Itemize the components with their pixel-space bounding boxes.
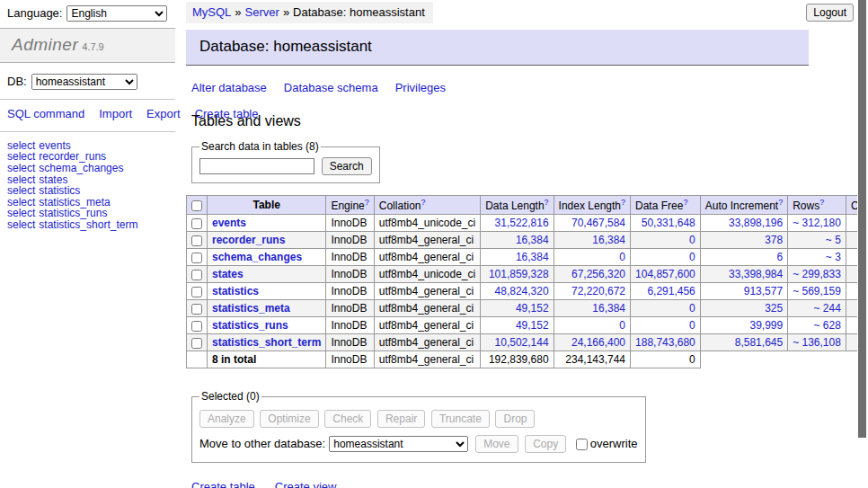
rows-link[interactable]: ~ 136,108 [793,336,841,349]
auto-increment-link[interactable]: 39,999 [749,319,783,332]
auto-increment-link[interactable]: 378 [765,234,783,246]
auto-increment-link[interactable]: 33,898,196 [729,217,783,229]
rows-link[interactable]: ~ 5 [826,234,841,246]
database-schema-link[interactable]: Database schema [284,81,378,94]
auto-increment-link[interactable]: 33,398,984 [729,268,783,280]
index-length-link[interactable]: 16,384 [592,302,625,315]
scrollbar-thumb[interactable] [858,0,866,438]
copy-button[interactable]: Copy [525,435,566,453]
move-database-select[interactable]: homeassistant [329,436,468,452]
data-free-link[interactable]: 0 [689,302,695,315]
vertical-scrollbar[interactable] [857,0,868,488]
data-length-link[interactable]: 16,384 [516,251,549,263]
data-free-link[interactable]: 0 [689,319,695,332]
data-length-link[interactable]: 101,859,328 [489,268,549,280]
drop-button[interactable]: Drop [495,410,535,428]
sidebar-link-export[interactable]: Export [146,107,181,120]
truncate-button[interactable]: Truncate [431,410,490,428]
help-link-icon[interactable]: ? [365,198,369,207]
data-length-link[interactable]: 48,824,320 [495,285,549,297]
table-name-link[interactable]: statistics [212,285,259,297]
help-link-icon[interactable]: ? [683,198,687,207]
data-length-link[interactable]: 16,384 [516,234,549,246]
logout-button[interactable]: Logout [806,4,854,22]
auto-increment-link[interactable]: 8,581,645 [735,336,783,349]
data-free-link[interactable]: 104,857,600 [635,268,695,280]
overwrite-checkbox[interactable] [576,439,588,450]
table-name-link[interactable]: events [212,217,246,229]
auto-increment-link[interactable]: 6 [776,251,783,263]
rows-cell: ~ 3 [788,249,846,266]
select-all-checkbox[interactable] [191,200,202,211]
help-link-icon[interactable]: ? [421,198,425,207]
rows-link[interactable]: ~ 628 [814,319,841,332]
rows-link[interactable]: ~ 3 [826,251,841,263]
repair-button[interactable]: Repair [377,410,425,428]
data-free-link[interactable]: 6,291,456 [647,285,695,297]
index-length-link[interactable]: 67,256,320 [571,268,625,280]
help-link-icon[interactable]: ? [621,198,625,207]
data-length-link[interactable]: 10,502,144 [495,336,549,349]
adminer-logo[interactable]: Adminer [12,35,78,54]
index-length-link[interactable]: 0 [619,319,625,332]
data-free-link[interactable]: 50,331,648 [642,217,695,229]
table-name-link[interactable]: states [212,268,244,280]
search-input[interactable] [199,158,314,174]
auto-increment-link[interactable]: 325 [765,302,783,315]
analyze-button[interactable]: Analyze [199,410,254,428]
auto-increment-link[interactable]: 913,577 [744,285,783,297]
data-free-link[interactable]: 188,743,680 [635,336,695,349]
table-name-link[interactable]: statistics_meta [212,302,290,315]
rows-link[interactable]: ~ 244 [814,302,841,315]
table-link-statistics-short-term[interactable]: statistics_short_term [39,218,137,231]
language-select[interactable]: English [66,5,167,22]
rows-link[interactable]: ~ 569,159 [793,285,841,297]
table-name-link[interactable]: statistics_short_term [212,336,321,349]
table-name-link[interactable]: schema_changes [212,251,302,263]
help-link-icon[interactable]: ? [819,198,824,207]
select-link[interactable]: select [7,218,35,231]
breadcrumb-mysql-link[interactable]: MySQL [192,5,231,19]
index-length-link[interactable]: 16,384 [592,234,625,246]
table-name-link[interactable]: statistics_runs [212,319,288,332]
alter-database-link[interactable]: Alter database [191,81,267,94]
row-checkbox[interactable] [191,321,202,332]
data-length-link[interactable]: 31,522,816 [495,217,549,229]
row-checkbox[interactable] [191,270,202,280]
search-button[interactable]: Search [322,157,372,175]
row-checkbox[interactable] [191,304,202,315]
check-button[interactable]: Check [324,410,371,428]
index-length-link[interactable]: 0 [619,251,625,263]
rows-link[interactable]: ~ 299,833 [793,268,841,280]
sidebar-link-import[interactable]: Import [99,107,132,120]
row-checkbox[interactable] [191,338,202,349]
auto-increment-cell: 33,898,196 [700,215,787,232]
select-link[interactable]: select [7,162,35,174]
row-checkbox[interactable] [191,253,202,263]
row-checkbox[interactable] [191,235,202,246]
data-free-link[interactable]: 0 [689,251,695,263]
index-length-link[interactable]: 24,166,400 [571,336,625,349]
help-link-icon[interactable]: ? [545,198,549,207]
adminer-version[interactable]: 4.7.9 [82,41,103,52]
index-length-link[interactable]: 70,467,584 [571,217,625,229]
sidebar-link-sql-command[interactable]: SQL command [7,107,84,120]
move-button[interactable]: Move [475,435,518,453]
rows-link[interactable]: ~ 312,180 [793,217,841,229]
create-table-link[interactable]: Create table [191,480,255,488]
breadcrumb-server-link[interactable]: Server [245,5,279,19]
row-checkbox[interactable] [191,218,202,229]
table-link-schema-changes[interactable]: schema_changes [39,162,123,174]
privileges-link[interactable]: Privileges [395,81,446,94]
row-checkbox[interactable] [191,287,202,297]
table-row: events InnoDB utf8mb4_unicode_ci 31,522,… [187,215,868,232]
db-select[interactable]: homeassistant [31,74,137,90]
help-link-icon[interactable]: ? [778,198,783,207]
optimize-button[interactable]: Optimize [260,410,318,428]
index-length-link[interactable]: 72,220,672 [571,285,625,297]
data-free-link[interactable]: 0 [689,234,695,246]
table-name-link[interactable]: recorder_runs [212,234,285,246]
data-length-link[interactable]: 49,152 [516,302,549,315]
data-length-link[interactable]: 49,152 [516,319,549,332]
create-view-link[interactable]: Create view [275,480,337,488]
